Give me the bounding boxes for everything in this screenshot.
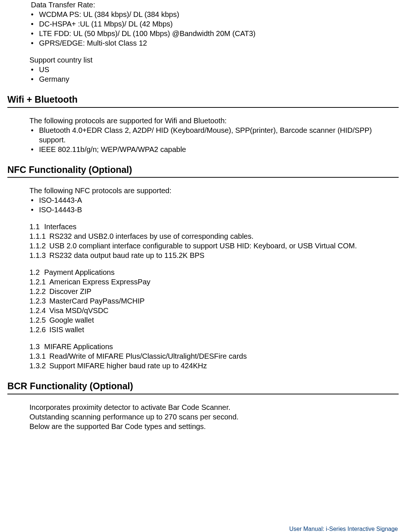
item-number: 1.2.1	[29, 277, 49, 287]
item-text: Support MIFARE higher baud rate up to 42…	[49, 361, 395, 370]
list-item: Germany	[29, 74, 395, 84]
item-number: 1.2.2	[29, 287, 49, 296]
item-text: Google wallet	[49, 315, 395, 325]
section-number: 1.3	[29, 342, 44, 351]
heading-wifi-bluetooth: Wifi + Bluetooth	[7, 93, 399, 108]
wifi-protocol-list: Bluetooth 4.0+EDR Class 2, A2DP/ HID (Ke…	[29, 125, 395, 154]
item-text: Read/Write of MIFARE Plus/Classic/Ultral…	[49, 351, 395, 361]
item-number: 1.2.4	[29, 306, 49, 315]
list-item: DC-HSPA+ :UL (11 Mbps)/ DL (42 Mbps)	[29, 19, 395, 29]
item-number: 1.1.3	[29, 251, 49, 260]
item-number: 1.1.2	[29, 241, 49, 251]
section-title: MIFARE Applications	[44, 342, 113, 351]
support-country-title: Support country list	[29, 55, 395, 65]
list-item: ISO-14443-A	[29, 195, 395, 205]
item-number: 1.2.6	[29, 325, 49, 334]
wifi-intro: The following protocols are supported fo…	[29, 116, 395, 125]
item-number: 1.2.5	[29, 315, 49, 325]
heading-nfc: NFC Functionality (Optional)	[7, 164, 399, 178]
interfaces-items: 1.1.1RS232 and USB2.0 interfaces by use …	[29, 231, 395, 260]
bcr-line: Incorporates proximity detector to activ…	[29, 402, 395, 412]
payment-items: 1.2.1American Express ExpressPay 1.2.2Di…	[29, 277, 395, 334]
section-title: Payment Applications	[44, 267, 114, 277]
item-text: ISIS wallet	[49, 325, 395, 334]
data-transfer-title: Data Transfer Rate:	[31, 1, 95, 9]
list-item: LTE FDD: UL (50 Mbps)/ DL (100 Mbps) @Ba…	[29, 29, 395, 38]
list-item: IEEE 802.11b/g/n; WEP/WPA/WPA2 capable	[29, 145, 395, 154]
payment-heading: 1.2 Payment Applications	[29, 267, 395, 277]
heading-bcr: BCR Functionality (Optional)	[7, 380, 399, 394]
mifare-items: 1.3.1Read/Write of MIFARE Plus/Classic/U…	[29, 351, 395, 370]
item-text: Visa MSD/qVSDC	[49, 306, 395, 315]
list-item: GPRS/EDGE: Multi-slot Class 12	[29, 38, 395, 48]
mifare-heading: 1.3 MIFARE Applications	[29, 342, 395, 351]
list-item: Bluetooth 4.0+EDR Class 2, A2DP/ HID (Ke…	[29, 125, 395, 145]
country-list: US Germany	[29, 65, 395, 84]
list-item: US	[29, 65, 395, 74]
page-footer: User Manual: i-Series Interactive Signag…	[289, 525, 398, 532]
section-number: 1.1	[29, 222, 44, 231]
list-item: ISO-14443-B	[29, 205, 395, 214]
bcr-line: Below are the supported Bar Code types a…	[29, 422, 395, 431]
item-number: 1.3.1	[29, 351, 49, 361]
section-title: Interfaces	[44, 222, 77, 231]
item-number: 1.1.1	[29, 231, 49, 241]
item-number: 1.3.2	[29, 361, 49, 370]
item-text: RS232 data output baud rate up to 115.2K…	[49, 251, 395, 260]
nfc-protocol-list: ISO-14443-A ISO-14443-B	[29, 195, 395, 214]
list-item: WCDMA PS: UL (384 kbps)/ DL (384 kbps)	[29, 10, 395, 19]
item-text: RS232 and USB2.0 interfaces by use of co…	[49, 231, 395, 241]
bcr-line: Outstanding scanning performance up to 2…	[29, 412, 395, 422]
item-text: Discover ZIP	[49, 287, 395, 296]
interfaces-heading: 1.1 Interfaces	[29, 222, 395, 231]
item-text: MasterCard PayPass/MCHIP	[49, 296, 395, 306]
footer-manual-title: User Manual: i-Series Interactive Signag…	[289, 525, 398, 532]
item-text: USB 2.0 compliant interface configurable…	[49, 241, 395, 251]
item-number: 1.2.3	[29, 296, 49, 306]
item-text: American Express ExpressPay	[49, 277, 395, 287]
section-number: 1.2	[29, 267, 44, 277]
data-rate-list: WCDMA PS: UL (384 kbps)/ DL (384 kbps) D…	[29, 10, 395, 48]
nfc-intro: The following NFC protocols are supporte…	[29, 186, 395, 195]
